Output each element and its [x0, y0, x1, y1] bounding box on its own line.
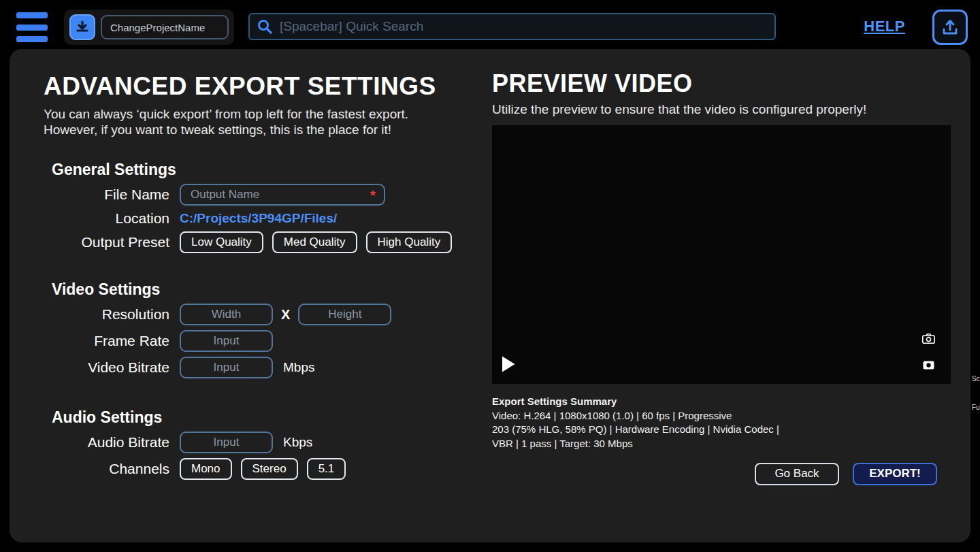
channel-51-button[interactable]: 5.1 [307, 458, 346, 480]
summary-heading: Export Settings Summary [492, 395, 951, 409]
width-input[interactable] [180, 304, 273, 325]
location-label: Location [44, 210, 180, 227]
location-row: Location C:/Projects/3P94GP/Files/ [44, 210, 486, 227]
general-settings-heading: General Settings [52, 161, 486, 179]
search-input[interactable] [280, 19, 768, 34]
action-buttons: Go Back EXPORT! [492, 463, 951, 485]
export-settings-summary: Export Settings Summary Video: H.264 | 1… [492, 395, 951, 451]
edge-clipped-text-2: Fu [972, 404, 980, 411]
frame-rate-input[interactable] [180, 330, 273, 352]
output-preset-label: Output Preset [44, 234, 180, 250]
resolution-row: Resolution X [44, 304, 486, 325]
resolution-label: Resolution [44, 306, 180, 323]
camera-icon [922, 334, 935, 344]
play-icon [501, 355, 516, 373]
video-bitrate-row: Video Bitrate Mbps [44, 357, 486, 378]
audio-bitrate-unit: Kbps [283, 435, 312, 450]
frame-capture-icon [923, 361, 934, 370]
help-link[interactable]: HELP [864, 18, 905, 35]
channel-stereo-button[interactable]: Stereo [241, 458, 298, 480]
subtitle-line-2: However, if you want to tweak settings, … [44, 123, 391, 137]
subtitle-line-1: You can always ‘quick export’ from top l… [44, 107, 408, 121]
video-bitrate-label: Video Bitrate [44, 359, 180, 376]
preview-subtitle: Utilize the preview to ensure that the v… [492, 102, 951, 117]
upload-icon [941, 18, 959, 36]
preview-title: PREVIEW VIDEO [492, 69, 951, 98]
download-arrow-icon [76, 20, 89, 34]
preset-med-quality-button[interactable]: Med Quality [272, 231, 357, 253]
frame-rate-row: Frame Rate [44, 330, 486, 352]
preset-low-quality-button[interactable]: Low Quality [180, 231, 263, 253]
summary-line-1: Video: H.264 | 1080x1080 (1.0) | 60 fps … [492, 409, 951, 423]
file-name-row: File Name * [44, 184, 486, 206]
video-preview [492, 125, 951, 384]
audio-settings-heading: Audio Settings [52, 408, 486, 427]
hamburger-menu-icon[interactable] [16, 12, 48, 42]
export-button[interactable]: EXPORT! [853, 463, 937, 485]
page-title: ADVANCED EXPORT SETTINGS [44, 72, 486, 101]
play-button[interactable] [501, 355, 516, 376]
audio-bitrate-row: Audio Bitrate Kbps [44, 432, 486, 453]
resolution-x-separator: X [281, 307, 290, 323]
main-panel: ADVANCED EXPORT SETTINGS You can always … [10, 49, 970, 542]
file-name-input[interactable] [180, 184, 385, 206]
project-group [64, 10, 234, 45]
output-preset-row: Output Preset Low Quality Med Quality Hi… [44, 231, 486, 253]
channels-label: Channels [44, 461, 180, 477]
share-export-button[interactable] [932, 10, 968, 45]
page-subtitle: You can always ‘quick export’ from top l… [44, 106, 486, 137]
required-asterisk: * [370, 187, 376, 204]
project-name-input[interactable] [101, 15, 229, 39]
file-name-label: File Name [44, 186, 180, 203]
go-back-button[interactable]: Go Back [755, 463, 839, 485]
frame-rate-label: Frame Rate [44, 333, 180, 349]
location-path-link[interactable]: C:/Projects/3P94GP/Files/ [180, 211, 337, 226]
summary-line-3: VBR | 1 pass | Target: 30 Mbps [492, 437, 951, 451]
video-bitrate-input[interactable] [180, 357, 273, 378]
channels-row: Channels Mono Stereo 5.1 [44, 458, 486, 480]
preview-video-section: PREVIEW VIDEO Utilize the preview to ens… [492, 69, 951, 485]
video-settings-heading: Video Settings [52, 280, 486, 299]
video-bitrate-unit: Mbps [283, 360, 314, 375]
audio-bitrate-input[interactable] [180, 432, 273, 453]
record-frame-icon[interactable] [923, 360, 934, 372]
quick-export-icon[interactable] [69, 14, 95, 40]
top-bar: HELP [0, 0, 980, 54]
summary-line-2: 203 (75% HLG, 58% PQ) | Hardware Encodin… [492, 423, 951, 437]
preset-high-quality-button[interactable]: High Quality [366, 231, 453, 253]
search-icon [257, 18, 273, 35]
camera-snapshot-icon[interactable] [922, 334, 935, 346]
quick-search-bar[interactable] [248, 13, 776, 40]
edge-clipped-text-1: Scr [972, 375, 980, 383]
audio-bitrate-label: Audio Bitrate [44, 434, 180, 451]
advanced-export-settings-section: ADVANCED EXPORT SETTINGS You can always … [44, 72, 486, 480]
channel-mono-button[interactable]: Mono [180, 458, 232, 480]
height-input[interactable] [298, 304, 391, 325]
